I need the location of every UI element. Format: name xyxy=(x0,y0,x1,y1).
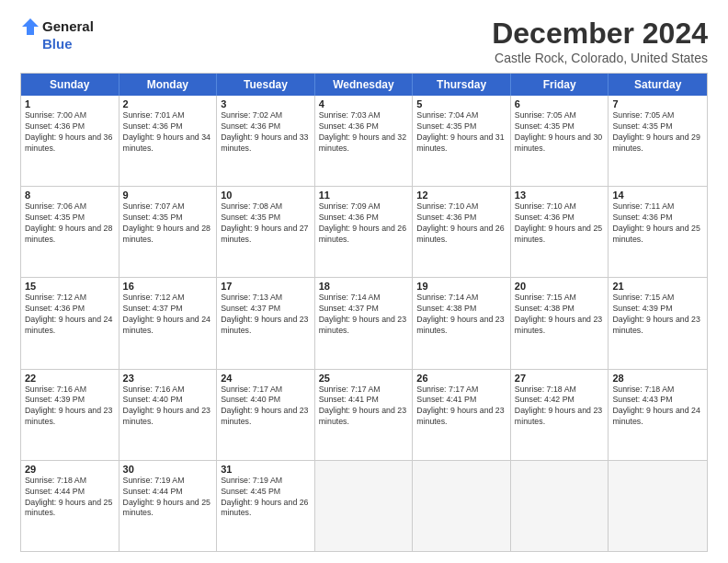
day-number: 6 xyxy=(515,98,605,109)
cell-info: Sunrise: 7:18 AMSunset: 4:42 PMDaylight:… xyxy=(515,385,602,427)
day-number: 1 xyxy=(25,98,115,109)
cell-info: Sunrise: 7:04 AMSunset: 4:35 PMDaylight:… xyxy=(416,110,504,153)
calendar-cell: 6Sunrise: 7:05 AMSunset: 4:35 PMDaylight… xyxy=(511,96,609,186)
calendar-cell: 20Sunrise: 7:15 AMSunset: 4:38 PMDayligh… xyxy=(511,278,609,368)
cell-info: Sunrise: 7:17 AMSunset: 4:41 PMDaylight:… xyxy=(319,385,406,427)
cell-info: Sunrise: 7:12 AMSunset: 4:37 PMDaylight:… xyxy=(123,293,210,335)
cell-info: Sunrise: 7:15 AMSunset: 4:38 PMDaylight:… xyxy=(515,293,602,335)
calendar-cell: 15Sunrise: 7:12 AMSunset: 4:36 PMDayligh… xyxy=(21,278,119,368)
cell-info: Sunrise: 7:17 AMSunset: 4:40 PMDaylight:… xyxy=(221,385,308,427)
calendar-cell: 12Sunrise: 7:10 AMSunset: 4:36 PMDayligh… xyxy=(413,187,511,277)
day-number: 24 xyxy=(221,373,311,384)
calendar-cell: 17Sunrise: 7:13 AMSunset: 4:37 PMDayligh… xyxy=(217,278,315,368)
cell-info: Sunrise: 7:10 AMSunset: 4:36 PMDaylight:… xyxy=(515,201,602,244)
calendar-cell: 16Sunrise: 7:12 AMSunset: 4:37 PMDayligh… xyxy=(119,278,218,368)
day-number: 12 xyxy=(416,190,506,201)
cell-info: Sunrise: 7:15 AMSunset: 4:39 PMDaylight:… xyxy=(612,293,700,335)
calendar-cell: 18Sunrise: 7:14 AMSunset: 4:37 PMDayligh… xyxy=(315,278,414,368)
calendar-cell xyxy=(511,461,609,551)
cell-info: Sunrise: 7:06 AMSunset: 4:35 PMDaylight:… xyxy=(25,201,112,244)
header-sunday: Sunday xyxy=(21,74,119,96)
calendar-cell: 31Sunrise: 7:19 AMSunset: 4:45 PMDayligh… xyxy=(217,461,315,551)
calendar-cell: 8Sunrise: 7:06 AMSunset: 4:35 PMDaylight… xyxy=(21,187,119,277)
header-saturday: Saturday xyxy=(609,74,707,96)
day-number: 29 xyxy=(25,464,115,475)
calendar-cell: 3Sunrise: 7:02 AMSunset: 4:36 PMDaylight… xyxy=(217,96,315,186)
cell-info: Sunrise: 7:13 AMSunset: 4:37 PMDaylight:… xyxy=(221,293,308,335)
calendar-week-3: 15Sunrise: 7:12 AMSunset: 4:36 PMDayligh… xyxy=(21,277,707,368)
day-number: 7 xyxy=(612,98,703,109)
day-number: 21 xyxy=(612,281,703,292)
page-subtitle: Castle Rock, Colorado, United States xyxy=(492,51,708,65)
day-number: 30 xyxy=(123,464,213,475)
cell-info: Sunrise: 7:12 AMSunset: 4:36 PMDaylight:… xyxy=(25,293,112,335)
day-number: 19 xyxy=(416,281,506,292)
calendar-week-5: 29Sunrise: 7:18 AMSunset: 4:44 PMDayligh… xyxy=(21,460,707,551)
cell-info: Sunrise: 7:19 AMSunset: 4:45 PMDaylight:… xyxy=(221,476,308,518)
cell-info: Sunrise: 7:18 AMSunset: 4:44 PMDaylight:… xyxy=(25,476,112,518)
cell-info: Sunrise: 7:07 AMSunset: 4:35 PMDaylight:… xyxy=(123,201,210,244)
day-number: 25 xyxy=(319,373,409,384)
calendar-cell xyxy=(315,461,414,551)
day-number: 28 xyxy=(612,373,703,384)
day-number: 22 xyxy=(25,373,115,384)
calendar-cell: 10Sunrise: 7:08 AMSunset: 4:35 PMDayligh… xyxy=(217,187,315,277)
cell-info: Sunrise: 7:00 AMSunset: 4:36 PMDaylight:… xyxy=(25,110,112,153)
day-number: 3 xyxy=(221,98,311,109)
header-friday: Friday xyxy=(511,74,609,96)
cell-info: Sunrise: 7:02 AMSunset: 4:36 PMDaylight:… xyxy=(221,110,308,153)
day-number: 2 xyxy=(123,98,213,109)
cell-info: Sunrise: 7:01 AMSunset: 4:36 PMDaylight:… xyxy=(123,110,210,153)
day-number: 18 xyxy=(319,281,409,292)
header-thursday: Thursday xyxy=(413,74,511,96)
calendar-cell: 22Sunrise: 7:16 AMSunset: 4:39 PMDayligh… xyxy=(21,370,119,460)
cell-info: Sunrise: 7:03 AMSunset: 4:36 PMDaylight:… xyxy=(319,110,406,153)
calendar-cell: 11Sunrise: 7:09 AMSunset: 4:36 PMDayligh… xyxy=(315,187,414,277)
calendar-cell xyxy=(609,461,707,551)
cell-info: Sunrise: 7:10 AMSunset: 4:36 PMDaylight:… xyxy=(416,201,504,244)
cell-info: Sunrise: 7:16 AMSunset: 4:40 PMDaylight:… xyxy=(123,385,210,427)
calendar-cell: 30Sunrise: 7:19 AMSunset: 4:44 PMDayligh… xyxy=(119,461,218,551)
day-number: 5 xyxy=(416,98,506,109)
cell-info: Sunrise: 7:19 AMSunset: 4:44 PMDaylight:… xyxy=(123,476,210,518)
day-number: 11 xyxy=(319,190,409,201)
calendar-body: 1Sunrise: 7:00 AMSunset: 4:36 PMDaylight… xyxy=(21,96,707,551)
calendar-cell: 19Sunrise: 7:14 AMSunset: 4:38 PMDayligh… xyxy=(413,278,511,368)
cell-info: Sunrise: 7:14 AMSunset: 4:37 PMDaylight:… xyxy=(319,293,406,335)
header-monday: Monday xyxy=(119,74,218,96)
header-wednesday: Wednesday xyxy=(315,74,414,96)
calendar: Sunday Monday Tuesday Wednesday Thursday… xyxy=(20,73,708,552)
cell-info: Sunrise: 7:16 AMSunset: 4:39 PMDaylight:… xyxy=(25,385,112,427)
day-number: 31 xyxy=(221,464,311,475)
calendar-cell: 29Sunrise: 7:18 AMSunset: 4:44 PMDayligh… xyxy=(21,461,119,551)
cell-info: Sunrise: 7:05 AMSunset: 4:35 PMDaylight:… xyxy=(612,110,700,153)
header-tuesday: Tuesday xyxy=(217,74,315,96)
calendar-cell: 23Sunrise: 7:16 AMSunset: 4:40 PMDayligh… xyxy=(119,370,218,460)
day-number: 8 xyxy=(25,190,115,201)
calendar-cell: 13Sunrise: 7:10 AMSunset: 4:36 PMDayligh… xyxy=(511,187,609,277)
calendar-week-1: 1Sunrise: 7:00 AMSunset: 4:36 PMDaylight… xyxy=(21,96,707,186)
day-number: 9 xyxy=(123,190,213,201)
day-number: 13 xyxy=(515,190,605,201)
calendar-week-2: 8Sunrise: 7:06 AMSunset: 4:35 PMDaylight… xyxy=(21,186,707,277)
page-title: December 2024 xyxy=(492,17,708,51)
cell-info: Sunrise: 7:14 AMSunset: 4:38 PMDaylight:… xyxy=(416,293,504,335)
cell-info: Sunrise: 7:09 AMSunset: 4:36 PMDaylight:… xyxy=(319,201,406,244)
calendar-cell: 25Sunrise: 7:17 AMSunset: 4:41 PMDayligh… xyxy=(315,370,414,460)
day-number: 23 xyxy=(123,373,213,384)
day-number: 26 xyxy=(416,373,506,384)
day-number: 14 xyxy=(612,190,703,201)
calendar-cell: 5Sunrise: 7:04 AMSunset: 4:35 PMDaylight… xyxy=(413,96,511,186)
calendar-cell: 28Sunrise: 7:18 AMSunset: 4:43 PMDayligh… xyxy=(609,370,707,460)
calendar-cell: 26Sunrise: 7:17 AMSunset: 4:41 PMDayligh… xyxy=(413,370,511,460)
day-number: 20 xyxy=(515,281,605,292)
calendar-week-4: 22Sunrise: 7:16 AMSunset: 4:39 PMDayligh… xyxy=(21,369,707,460)
calendar-cell xyxy=(413,461,511,551)
day-number: 27 xyxy=(515,373,605,384)
calendar-cell: 27Sunrise: 7:18 AMSunset: 4:42 PMDayligh… xyxy=(511,370,609,460)
day-number: 10 xyxy=(221,190,311,201)
cell-info: Sunrise: 7:17 AMSunset: 4:41 PMDaylight:… xyxy=(416,385,504,427)
logo: General Blue xyxy=(20,17,94,52)
calendar-cell: 24Sunrise: 7:17 AMSunset: 4:40 PMDayligh… xyxy=(217,370,315,460)
cell-info: Sunrise: 7:11 AMSunset: 4:36 PMDaylight:… xyxy=(612,201,700,244)
